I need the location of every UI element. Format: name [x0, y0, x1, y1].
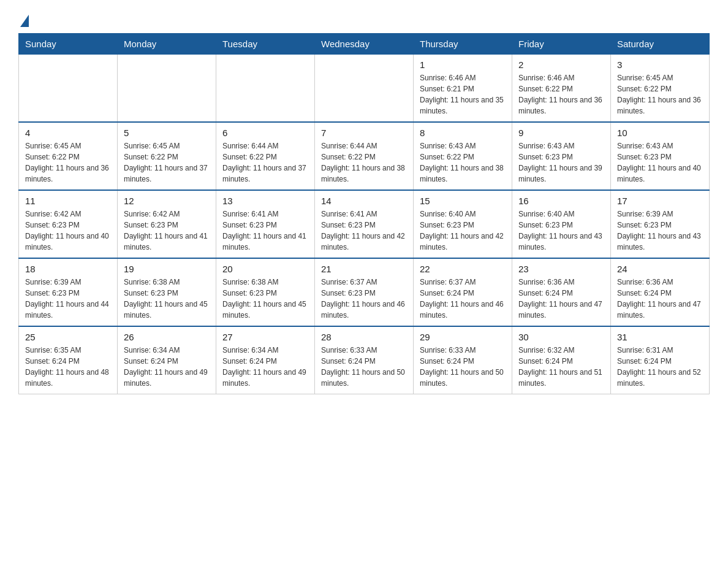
day-info: Sunrise: 6:43 AMSunset: 6:22 PMDaylight:…	[420, 140, 506, 185]
calendar-cell: 20Sunrise: 6:38 AMSunset: 6:23 PMDayligh…	[216, 258, 315, 326]
calendar-cell: 19Sunrise: 6:38 AMSunset: 6:23 PMDayligh…	[118, 258, 216, 326]
calendar-cell: 28Sunrise: 6:33 AMSunset: 6:24 PMDayligh…	[315, 326, 414, 394]
day-info: Sunrise: 6:45 AMSunset: 6:22 PMDaylight:…	[124, 140, 210, 185]
header-sunday: Sunday	[19, 34, 118, 55]
day-number: 6	[222, 128, 308, 138]
day-info: Sunrise: 6:40 AMSunset: 6:23 PMDaylight:…	[420, 209, 506, 253]
header-thursday: Thursday	[414, 34, 512, 55]
day-number: 2	[518, 59, 604, 70]
day-number: 26	[124, 332, 210, 342]
calendar-cell	[19, 55, 118, 123]
day-number: 19	[124, 264, 210, 274]
day-info: Sunrise: 6:39 AMSunset: 6:23 PMDaylight:…	[25, 277, 111, 321]
calendar-week-row: 25Sunrise: 6:35 AMSunset: 6:24 PMDayligh…	[19, 326, 710, 394]
day-number: 7	[321, 128, 407, 138]
day-number: 29	[420, 332, 506, 342]
day-info: Sunrise: 6:37 AMSunset: 6:24 PMDaylight:…	[420, 277, 506, 321]
calendar-cell: 3Sunrise: 6:45 AMSunset: 6:22 PMDaylight…	[611, 55, 710, 123]
day-info: Sunrise: 6:31 AMSunset: 6:24 PMDaylight:…	[617, 345, 703, 389]
calendar-cell: 1Sunrise: 6:46 AMSunset: 6:21 PMDaylight…	[414, 55, 512, 123]
header-friday: Friday	[512, 34, 611, 55]
day-info: Sunrise: 6:41 AMSunset: 6:23 PMDaylight:…	[321, 209, 407, 253]
day-info: Sunrise: 6:35 AMSunset: 6:24 PMDaylight:…	[25, 345, 111, 389]
day-number: 18	[25, 264, 111, 274]
day-info: Sunrise: 6:38 AMSunset: 6:23 PMDaylight:…	[124, 277, 210, 321]
calendar-cell: 8Sunrise: 6:43 AMSunset: 6:22 PMDaylight…	[414, 122, 512, 190]
day-number: 11	[25, 196, 111, 206]
calendar-week-row: 4Sunrise: 6:45 AMSunset: 6:22 PMDaylight…	[19, 122, 710, 190]
calendar-cell: 16Sunrise: 6:40 AMSunset: 6:23 PMDayligh…	[512, 190, 611, 258]
day-info: Sunrise: 6:33 AMSunset: 6:24 PMDaylight:…	[321, 345, 407, 389]
day-number: 12	[124, 196, 210, 206]
day-info: Sunrise: 6:42 AMSunset: 6:23 PMDaylight:…	[124, 209, 210, 253]
day-info: Sunrise: 6:42 AMSunset: 6:23 PMDaylight:…	[25, 209, 111, 253]
calendar-cell: 29Sunrise: 6:33 AMSunset: 6:24 PMDayligh…	[414, 326, 512, 394]
calendar-cell: 31Sunrise: 6:31 AMSunset: 6:24 PMDayligh…	[611, 326, 710, 394]
header-tuesday: Tuesday	[216, 34, 315, 55]
calendar-cell: 7Sunrise: 6:44 AMSunset: 6:22 PMDaylight…	[315, 122, 414, 190]
day-number: 13	[222, 196, 308, 206]
day-number: 1	[420, 59, 506, 70]
day-info: Sunrise: 6:32 AMSunset: 6:24 PMDaylight:…	[518, 345, 604, 389]
calendar-cell	[315, 55, 414, 123]
calendar-table: SundayMondayTuesdayWednesdayThursdayFrid…	[18, 33, 710, 394]
day-number: 17	[617, 196, 703, 206]
day-number: 8	[420, 128, 506, 138]
day-number: 15	[420, 196, 506, 206]
calendar-cell: 27Sunrise: 6:34 AMSunset: 6:24 PMDayligh…	[216, 326, 315, 394]
day-info: Sunrise: 6:34 AMSunset: 6:24 PMDaylight:…	[222, 345, 308, 389]
calendar-week-row: 11Sunrise: 6:42 AMSunset: 6:23 PMDayligh…	[19, 190, 710, 258]
calendar-cell	[118, 55, 216, 123]
day-info: Sunrise: 6:46 AMSunset: 6:22 PMDaylight:…	[518, 72, 604, 117]
day-number: 4	[25, 128, 111, 138]
day-info: Sunrise: 6:44 AMSunset: 6:22 PMDaylight:…	[321, 140, 407, 185]
calendar-cell: 25Sunrise: 6:35 AMSunset: 6:24 PMDayligh…	[19, 326, 118, 394]
day-info: Sunrise: 6:44 AMSunset: 6:22 PMDaylight:…	[222, 140, 308, 185]
day-number: 16	[518, 196, 604, 206]
calendar-cell: 2Sunrise: 6:46 AMSunset: 6:22 PMDaylight…	[512, 55, 611, 123]
day-info: Sunrise: 6:39 AMSunset: 6:23 PMDaylight:…	[617, 209, 703, 253]
calendar-cell: 30Sunrise: 6:32 AMSunset: 6:24 PMDayligh…	[512, 326, 611, 394]
calendar-cell: 18Sunrise: 6:39 AMSunset: 6:23 PMDayligh…	[19, 258, 118, 326]
day-number: 22	[420, 264, 506, 274]
day-number: 27	[222, 332, 308, 342]
calendar-cell: 5Sunrise: 6:45 AMSunset: 6:22 PMDaylight…	[118, 122, 216, 190]
day-info: Sunrise: 6:46 AMSunset: 6:21 PMDaylight:…	[420, 72, 506, 117]
calendar-week-row: 18Sunrise: 6:39 AMSunset: 6:23 PMDayligh…	[19, 258, 710, 326]
day-number: 23	[518, 264, 604, 274]
calendar-cell: 10Sunrise: 6:43 AMSunset: 6:23 PMDayligh…	[611, 122, 710, 190]
day-number: 24	[617, 264, 703, 274]
header-saturday: Saturday	[611, 34, 710, 55]
calendar-cell: 13Sunrise: 6:41 AMSunset: 6:23 PMDayligh…	[216, 190, 315, 258]
day-info: Sunrise: 6:36 AMSunset: 6:24 PMDaylight:…	[518, 277, 604, 321]
calendar-cell: 14Sunrise: 6:41 AMSunset: 6:23 PMDayligh…	[315, 190, 414, 258]
day-info: Sunrise: 6:38 AMSunset: 6:23 PMDaylight:…	[222, 277, 308, 321]
calendar-cell: 6Sunrise: 6:44 AMSunset: 6:22 PMDaylight…	[216, 122, 315, 190]
day-number: 3	[617, 59, 703, 70]
day-info: Sunrise: 6:40 AMSunset: 6:23 PMDaylight:…	[518, 209, 604, 253]
header-wednesday: Wednesday	[315, 34, 414, 55]
calendar-cell: 22Sunrise: 6:37 AMSunset: 6:24 PMDayligh…	[414, 258, 512, 326]
calendar-header-row: SundayMondayTuesdayWednesdayThursdayFrid…	[19, 34, 710, 55]
header-monday: Monday	[118, 34, 216, 55]
day-info: Sunrise: 6:33 AMSunset: 6:24 PMDaylight:…	[420, 345, 506, 389]
day-info: Sunrise: 6:37 AMSunset: 6:23 PMDaylight:…	[321, 277, 407, 321]
day-number: 28	[321, 332, 407, 342]
calendar-cell: 4Sunrise: 6:45 AMSunset: 6:22 PMDaylight…	[19, 122, 118, 190]
day-number: 21	[321, 264, 407, 274]
calendar-cell: 23Sunrise: 6:36 AMSunset: 6:24 PMDayligh…	[512, 258, 611, 326]
day-info: Sunrise: 6:45 AMSunset: 6:22 PMDaylight:…	[25, 140, 111, 185]
calendar-cell: 12Sunrise: 6:42 AMSunset: 6:23 PMDayligh…	[118, 190, 216, 258]
day-number: 10	[617, 128, 703, 138]
day-info: Sunrise: 6:41 AMSunset: 6:23 PMDaylight:…	[222, 209, 308, 253]
day-number: 31	[617, 332, 703, 342]
day-number: 5	[124, 128, 210, 138]
day-number: 14	[321, 196, 407, 206]
calendar-week-row: 1Sunrise: 6:46 AMSunset: 6:21 PMDaylight…	[19, 55, 710, 123]
calendar-cell: 21Sunrise: 6:37 AMSunset: 6:23 PMDayligh…	[315, 258, 414, 326]
logo-triangle-icon	[20, 15, 29, 27]
day-info: Sunrise: 6:36 AMSunset: 6:24 PMDaylight:…	[617, 277, 703, 321]
calendar-cell: 26Sunrise: 6:34 AMSunset: 6:24 PMDayligh…	[118, 326, 216, 394]
page-header	[18, 12, 710, 27]
calendar-cell: 24Sunrise: 6:36 AMSunset: 6:24 PMDayligh…	[611, 258, 710, 326]
